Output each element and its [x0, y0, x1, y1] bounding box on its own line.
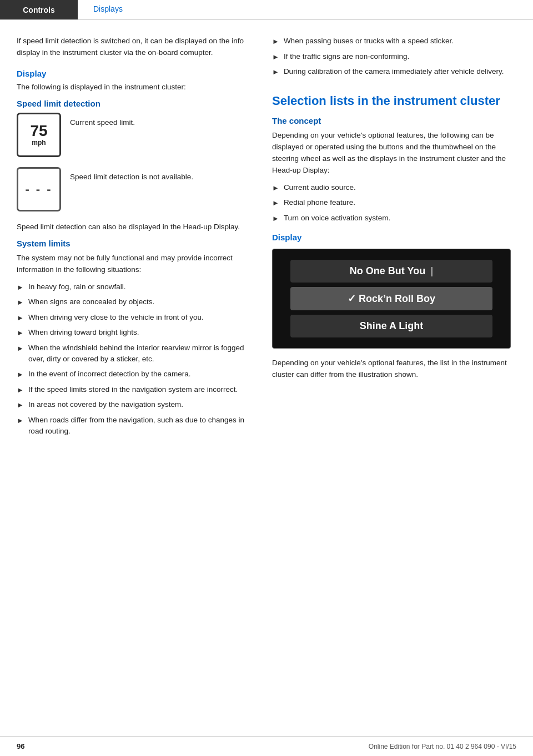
arrow-icon: ► [17, 400, 24, 411]
left-column: If speed limit detection is switched on,… [17, 36, 266, 442]
list-item: ►Current audio source. [272, 182, 516, 194]
system-limits-intro: The system may not be fully functional a… [17, 253, 250, 276]
section-main-heading: Selection lists in the instrument cluste… [272, 93, 516, 109]
arrow-icon: ► [17, 313, 24, 324]
system-limits-heading: System limits [17, 239, 250, 248]
display-heading-right: Display [272, 233, 516, 242]
arrow-icon: ► [272, 183, 279, 194]
speed-caption-2: Speed limit detection is not available. [70, 167, 193, 183]
display-intro: The following is displayed in the instru… [17, 82, 250, 93]
page-header: Controls Displays [0, 0, 533, 20]
list-item: ►Redial phone feature. [272, 197, 516, 209]
page-number: 96 [17, 742, 24, 750]
arrow-icon: ► [17, 327, 24, 339]
arrow-icon: ► [272, 52, 279, 63]
list-item: ►When roads differ from the navigation, … [17, 415, 250, 437]
arrow-icon: ► [272, 67, 279, 78]
list-item: ►When driving toward bright lights. [17, 327, 250, 339]
tab-displays[interactable]: Displays [78, 0, 138, 19]
arrow-icon: ► [272, 213, 279, 224]
speed-limit-row-2: - - - Speed limit detection is not avail… [17, 167, 250, 211]
right-column: ►When passing buses or trucks with a spe… [266, 36, 516, 442]
display-row-1-text: No One But You | [350, 265, 433, 276]
cursor-icon: | [428, 265, 433, 276]
speed-limit-row-1: 75 mph Current speed limit. [17, 113, 250, 157]
list-item: ►In areas not covered by the navigation … [17, 399, 250, 411]
arrow-icon: ► [17, 297, 24, 308]
arrow-icon: ► [17, 343, 24, 354]
display-row-2-text: ✓ Rock’n Roll Boy [348, 293, 435, 304]
display-row-1: No One But You | [290, 260, 492, 283]
arrow-icon: ► [17, 282, 24, 293]
display-caption: Depending on your vehicle's optional fea… [272, 357, 516, 381]
list-item: ►When passing buses or trucks with a spe… [272, 36, 516, 47]
list-item: ►When signs are concealed by objects. [17, 296, 250, 308]
arrow-icon: ► [17, 369, 24, 380]
tab-controls[interactable]: Controls [0, 0, 78, 19]
instrument-cluster-display: No One But You | ✓ Rock’n Roll Boy Shine… [272, 249, 511, 349]
speed-dash: - - - [25, 182, 52, 196]
arrow-icon: ► [272, 36, 279, 47]
display-row-2: ✓ Rock’n Roll Boy [290, 287, 492, 310]
list-item: ►In the event of incorrect detection by … [17, 369, 250, 380]
arrow-icon: ► [17, 385, 24, 396]
speed-unit: mph [32, 139, 46, 147]
concept-heading: The concept [272, 116, 516, 125]
concept-text: Depending on your vehicle's optional fea… [272, 130, 516, 177]
concept-bullets-list: ►Current audio source.►Redial phone feat… [272, 182, 516, 224]
speed-caption-1: Current speed limit. [70, 113, 135, 129]
list-item: ►If the traffic signs are non-conforming… [272, 51, 516, 63]
controls-tab-label: Controls [23, 6, 55, 14]
list-item: ►Turn on voice activation system. [272, 213, 516, 224]
intro-text: If speed limit detection is switched on,… [17, 36, 250, 59]
speed-number: 75 [30, 123, 47, 139]
arrow-icon: ► [272, 198, 279, 209]
display-row-3: Shine A Light [290, 315, 492, 337]
arrow-icon: ► [17, 415, 24, 426]
also-text: Speed limit detection can also be displa… [17, 221, 250, 233]
speed-display-box: 75 mph [17, 113, 61, 157]
speed-limit-heading: Speed limit detection [17, 99, 250, 108]
main-content: If speed limit detection is switched on,… [0, 20, 533, 476]
speed-unavailable-box: - - - [17, 167, 61, 211]
list-item: ►When the windshield behind the interior… [17, 342, 250, 365]
footer-text: Online Edition for Part no. 01 40 2 964 … [369, 743, 516, 750]
list-item: ►If the speed limits stored in the navig… [17, 384, 250, 396]
displays-tab-label: Displays [93, 4, 123, 13]
display-heading-left: Display [17, 69, 250, 78]
list-item: ►In heavy fog, rain or snowfall. [17, 281, 250, 293]
display-row-3-text: Shine A Light [360, 320, 424, 331]
right-top-bullets: ►When passing buses or trucks with a spe… [272, 36, 516, 78]
system-limits-list: ►In heavy fog, rain or snowfall.►When si… [17, 281, 250, 437]
page-footer: 96 Online Edition for Part no. 01 40 2 9… [0, 736, 533, 756]
list-item: ►During calibration of the camera immedi… [272, 66, 516, 78]
list-item: ►When driving very close to the vehicle … [17, 312, 250, 324]
